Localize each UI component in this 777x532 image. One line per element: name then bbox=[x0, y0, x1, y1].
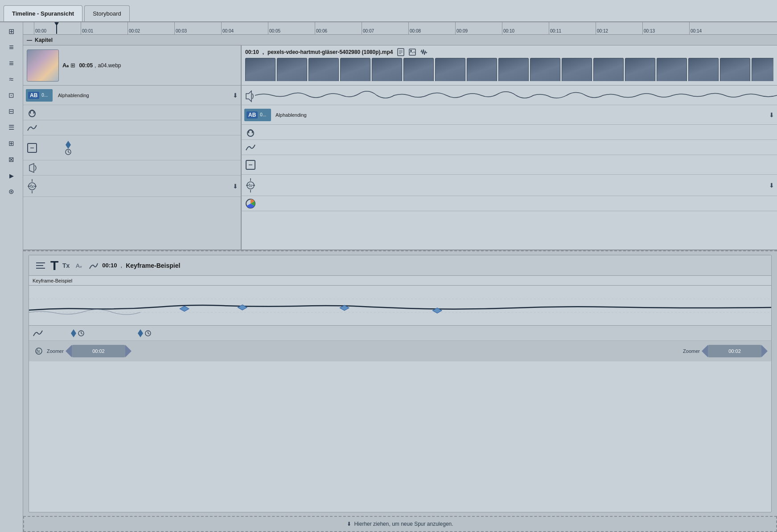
grid-icon: ⊞ bbox=[70, 62, 75, 69]
zoomer-right-bar[interactable]: 00:02 bbox=[708, 345, 761, 357]
chapter-header: Kapitel bbox=[23, 35, 777, 45]
toolbar-ungroup-btn[interactable]: ⊟ bbox=[4, 104, 20, 119]
toolbar-trim-btn[interactable]: ⊠ bbox=[4, 152, 20, 167]
alpha-badge-left: AB 0... bbox=[26, 89, 53, 102]
sub-track-right-color bbox=[242, 196, 777, 211]
alpha-value-right: 0... bbox=[260, 112, 266, 117]
video-time-right: 00:10 bbox=[245, 49, 259, 55]
kf-marker-2 bbox=[138, 329, 143, 337]
video-thumbnail-left bbox=[27, 49, 59, 82]
toolbar-group-btn[interactable]: ⊡ bbox=[4, 88, 20, 102]
align-left-icon bbox=[34, 259, 47, 272]
track-panel-right: 00:10 , pexels-vdeo-hartmut-gläser-54029… bbox=[242, 45, 777, 250]
tab-storyboard[interactable]: Storyboard bbox=[84, 5, 130, 21]
film-frame-10 bbox=[530, 58, 560, 81]
toolbar-arrow-btn[interactable]: ▶ bbox=[4, 168, 20, 183]
film-frame-1 bbox=[245, 58, 275, 81]
track-info-left: Aₐ ⊞ 00:05 , a04.webp bbox=[62, 62, 121, 69]
zoomer-left-bar[interactable]: 00:02 bbox=[72, 345, 125, 357]
toolbar-effects-btn[interactable]: ⊛ bbox=[4, 184, 20, 199]
trim-icon: ⊠ bbox=[8, 156, 14, 164]
toolbar-tool1-btn[interactable]: ≡ bbox=[4, 40, 20, 54]
ab-letters-left: AB bbox=[28, 92, 39, 99]
time-ruler: 00:00 00:01 00:02 00:03 00:04 00:05 00:0… bbox=[23, 22, 777, 35]
resize-icon-left bbox=[26, 142, 38, 154]
snap-icon: ⊞ bbox=[8, 27, 14, 36]
ruler-mark-11: 00:11 bbox=[549, 22, 596, 34]
ruler-mark-13: 00:13 bbox=[642, 22, 689, 34]
alpha-block-right: AB 0... Alphablending ⬇ bbox=[242, 105, 777, 125]
ruler-mark-8: 00:08 bbox=[408, 22, 455, 34]
audio-waveform-right bbox=[255, 88, 777, 102]
ruler-mark-14: 00:14 bbox=[689, 22, 736, 34]
svg-text:fx: fx bbox=[249, 183, 252, 188]
svg-line-43 bbox=[81, 333, 82, 334]
film-frame-11 bbox=[562, 58, 592, 81]
ruler-mark-7: 00:07 bbox=[362, 22, 408, 34]
playhead-indicator-icon bbox=[50, 22, 63, 34]
sub-track-right-fx: fx ⬇ bbox=[242, 175, 777, 196]
sub-track-left-5: fx ⬇ bbox=[23, 176, 241, 197]
kf-marker-group-2 bbox=[138, 329, 151, 337]
track-panel-left: Aₐ ⊞ 00:05 , a04.webp AB 0... bbox=[23, 45, 242, 250]
alpha-track-left: AB 0... Alphablending ⬇ bbox=[23, 86, 241, 105]
film-frame-12 bbox=[593, 58, 624, 81]
zoomer-right-bar-container: 00:02 bbox=[702, 345, 768, 357]
film-strip-right bbox=[245, 58, 773, 81]
ruler-mark-2: 00:02 bbox=[127, 22, 174, 34]
split-icon: ≈ bbox=[9, 75, 14, 84]
fx-zoom-icon-left: fx bbox=[33, 345, 45, 357]
toolbar-align-btn[interactable]: ☰ bbox=[4, 120, 20, 135]
chapter-label: Kapitel bbox=[35, 37, 53, 43]
kf-time: 00:10 bbox=[102, 262, 117, 269]
toolbar-distribute-btn[interactable]: ⊞ bbox=[4, 136, 20, 151]
upper-tracks: Aₐ ⊞ 00:05 , a04.webp AB 0... bbox=[23, 45, 777, 250]
svg-text:fx: fx bbox=[30, 184, 34, 189]
clock-kf-2 bbox=[145, 330, 151, 336]
kf-marker-group-1 bbox=[71, 329, 84, 337]
drag-strip[interactable]: ⬇ Hierher ziehen, um neue Spur anzulegen… bbox=[23, 516, 777, 532]
clock-icon-left bbox=[65, 149, 71, 155]
kf-big-t: T bbox=[50, 258, 58, 273]
film-frame-3 bbox=[308, 58, 339, 81]
video-filename-right: pexels-vdeo-hartmut-gläser-5402980 (1080… bbox=[267, 49, 393, 55]
keyframe-header: T Tx Aᵥ 00:10 , Keyframe-Beis bbox=[29, 255, 771, 276]
tab-timeline[interactable]: Timeline - Spuransicht bbox=[4, 5, 82, 21]
tab-bar: Timeline - Spuransicht Storyboard bbox=[0, 0, 777, 22]
keyframe-graph bbox=[29, 286, 771, 326]
color-wheel-icon bbox=[244, 197, 257, 210]
keyframe-label-text: Keyframe-Beispiel bbox=[33, 278, 72, 283]
curve-icon-left bbox=[26, 122, 38, 134]
fx-starburst-icon-right: fx bbox=[244, 176, 257, 194]
keyframe-area: T Tx Aᵥ 00:10 , Keyframe-Beis bbox=[23, 250, 777, 516]
tab-storyboard-label: Storyboard bbox=[93, 10, 121, 17]
tool1-icon: ≡ bbox=[9, 43, 14, 52]
sub-track-right-3 bbox=[242, 155, 777, 175]
kf-curve-tool-icon bbox=[32, 327, 44, 340]
svg-text:Aᵥ: Aᵥ bbox=[76, 262, 82, 269]
keyframe-marker-left-1 bbox=[66, 141, 71, 149]
pin-icon-left: ⬇ bbox=[233, 92, 238, 99]
toolbar-snap-btn[interactable]: ⊞ bbox=[4, 24, 20, 38]
ruler-mark-5: 00:05 bbox=[268, 22, 315, 34]
arrow-icon: ▶ bbox=[9, 172, 14, 179]
lock-icon-right bbox=[244, 126, 257, 139]
ungroup-icon: ⊟ bbox=[8, 107, 14, 115]
toolbar-split-btn[interactable]: ≈ bbox=[4, 72, 20, 86]
alpha-label-left: Alphablending bbox=[58, 93, 89, 98]
film-frame-5 bbox=[372, 58, 402, 81]
video-info-top: 00:10 , pexels-vdeo-hartmut-gläser-54029… bbox=[245, 48, 773, 56]
ruler-mark-3: 00:03 bbox=[174, 22, 221, 34]
video-comma-right: , bbox=[263, 49, 264, 55]
toolbar-tool2-btn[interactable]: ≡ bbox=[4, 56, 20, 70]
tracks-area: Kapitel Aₐ ⊞ 00:05 , bbox=[23, 35, 777, 532]
fx-starburst-icon-left: fx bbox=[26, 177, 38, 195]
keyframe-panel: T Tx Aᵥ 00:10 , Keyframe-Beis bbox=[29, 255, 772, 512]
left-toolbar: ⊞ ≡ ≡ ≈ ⊡ ⊟ ☰ ⊞ ⊠ ▶ ⊛ bbox=[0, 22, 23, 532]
effects-icon: ⊛ bbox=[8, 188, 14, 196]
main-area: ⊞ ≡ ≡ ≈ ⊡ ⊟ ☰ ⊞ ⊠ ▶ ⊛ bbox=[0, 22, 777, 532]
keyframe-curve-svg bbox=[29, 286, 771, 326]
svg-line-46 bbox=[148, 333, 149, 334]
sub-track-left-2 bbox=[23, 120, 241, 135]
zoomer-right-block: Zoomer 00:02 bbox=[683, 345, 768, 357]
